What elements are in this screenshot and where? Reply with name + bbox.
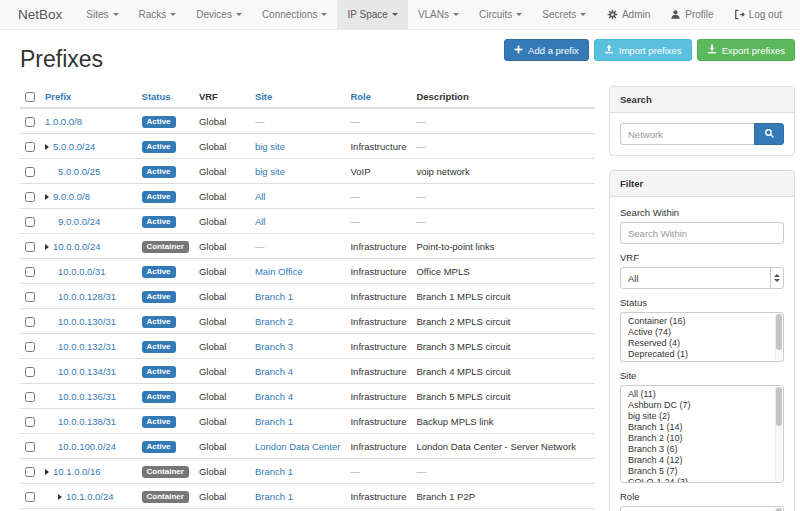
- row-checkbox[interactable]: [25, 217, 35, 227]
- checkbox-cell: [20, 284, 40, 309]
- brand-netbox[interactable]: NetBox: [12, 0, 76, 29]
- status-badge: Active: [142, 391, 176, 403]
- nav-item-connections[interactable]: Connections: [252, 0, 338, 29]
- scrollbar-thumb[interactable]: [776, 387, 782, 426]
- option[interactable]: Container (16): [621, 316, 783, 327]
- prefix-link[interactable]: 10.0.0.128/31: [58, 291, 116, 302]
- nav-item-devices[interactable]: Devices: [186, 0, 252, 29]
- site-link[interactable]: Branch 3: [255, 341, 293, 352]
- prefix-link[interactable]: 9.0.0.0/8: [53, 191, 90, 202]
- import-prefixes-button[interactable]: Import prefixes: [594, 39, 692, 61]
- site-link[interactable]: Branch 1: [255, 291, 293, 302]
- status-cell: Active: [137, 409, 194, 434]
- checkbox-cell: [20, 484, 40, 509]
- prefix-link[interactable]: 5.0.0.0/25: [58, 166, 100, 177]
- description-cell: —: [411, 108, 595, 134]
- row-checkbox[interactable]: [25, 192, 35, 202]
- search-input[interactable]: [620, 123, 754, 145]
- scrollbar-thumb[interactable]: [776, 314, 782, 350]
- prefix-link[interactable]: 10.0.100.0/24: [58, 441, 116, 452]
- option[interactable]: COLO-1-24 (3): [621, 477, 783, 483]
- row-checkbox[interactable]: [25, 267, 35, 277]
- nav-item-ip-space[interactable]: IP Space: [337, 0, 407, 29]
- row-checkbox[interactable]: [25, 417, 35, 427]
- nav-item-vlans[interactable]: VLANs: [408, 0, 469, 29]
- prefix-link[interactable]: 10.0.0.134/31: [58, 366, 116, 377]
- add-prefix-button[interactable]: Add a prefix: [504, 39, 589, 61]
- site-cell: big site: [250, 159, 346, 184]
- vrf-cell: Global: [194, 334, 250, 359]
- nav-item-logout[interactable]: Log out: [724, 0, 792, 29]
- row-checkbox[interactable]: [25, 442, 35, 452]
- site-link[interactable]: big site: [255, 166, 285, 177]
- prefix-link[interactable]: 10.1.0.0/24: [66, 491, 114, 502]
- option[interactable]: Branch 3 (6): [621, 444, 783, 455]
- nav-item-circuits[interactable]: Circuits: [469, 0, 532, 29]
- site-link[interactable]: Branch 1: [255, 416, 293, 427]
- prefix-link[interactable]: 10.0.0.0/31: [58, 266, 106, 277]
- row-checkbox[interactable]: [25, 342, 35, 352]
- prefix-link[interactable]: 1.0.0.0/8: [45, 116, 82, 127]
- prefix-link[interactable]: 10.0.0.138/31: [58, 416, 116, 427]
- prefix-link[interactable]: 10.1.0.0/16: [53, 466, 101, 477]
- row-checkbox[interactable]: [25, 467, 35, 477]
- site-cell: Branch 4: [250, 359, 346, 384]
- search-within-label: Search Within: [620, 207, 784, 218]
- site-label: Site: [620, 370, 784, 381]
- description-cell: voip network: [411, 159, 595, 184]
- row-checkbox[interactable]: [25, 367, 35, 377]
- option[interactable]: Branch 1 (14): [621, 422, 783, 433]
- row-checkbox[interactable]: [25, 317, 35, 327]
- prefix-link[interactable]: 9.0.0.0/24: [58, 216, 100, 227]
- site-link[interactable]: London Data Center: [255, 441, 341, 452]
- option[interactable]: All (11): [621, 389, 783, 400]
- search-within-input[interactable]: [620, 222, 784, 244]
- prefix-link[interactable]: 10.0.0.136/31: [58, 391, 116, 402]
- prefix-link[interactable]: 10.0.0.0/24: [53, 241, 101, 252]
- site-link[interactable]: Main Office: [255, 266, 303, 277]
- vrf-label: VRF: [620, 252, 784, 263]
- option[interactable]: Branch 5 (7): [621, 466, 783, 477]
- search-button[interactable]: [754, 123, 784, 145]
- description-cell: Branch 4 MPLS circuit: [411, 359, 595, 384]
- row-checkbox[interactable]: [25, 492, 35, 502]
- option[interactable]: Ashburn DC (7): [621, 400, 783, 411]
- prefix-link[interactable]: 10.0.0.130/31: [58, 316, 116, 327]
- option[interactable]: big site (2): [621, 411, 783, 422]
- site-link[interactable]: big site: [255, 141, 285, 152]
- site-link[interactable]: All: [255, 191, 266, 202]
- table-row: 10.0.0.130/31ActiveGlobalBranch 2Infrast…: [20, 309, 595, 334]
- indent-spacer: [45, 299, 58, 300]
- row-checkbox[interactable]: [25, 167, 35, 177]
- site-link[interactable]: Branch 2: [255, 316, 293, 327]
- vrf-select[interactable]: All: [620, 267, 784, 289]
- site-link[interactable]: Branch 4: [255, 391, 293, 402]
- row-checkbox[interactable]: [25, 117, 35, 127]
- site-link[interactable]: Branch 1: [255, 466, 293, 477]
- row-checkbox[interactable]: [25, 392, 35, 402]
- export-prefixes-button[interactable]: Export prefixes: [697, 39, 795, 61]
- prefix-link[interactable]: 5.0.0.0/24: [53, 141, 95, 152]
- option[interactable]: Branch 4 (12): [621, 455, 783, 466]
- prefix-link[interactable]: 10.0.0.132/31: [58, 341, 116, 352]
- site-link[interactable]: All: [255, 216, 266, 227]
- row-checkbox[interactable]: [25, 292, 35, 302]
- option[interactable]: Reserved (4): [621, 338, 783, 349]
- row-checkbox[interactable]: [25, 142, 35, 152]
- site-cell: Branch 1: [250, 484, 346, 509]
- select-all-checkbox[interactable]: [25, 92, 35, 102]
- nav-item-admin[interactable]: Admin: [597, 0, 660, 29]
- nav-item-profile[interactable]: Profile: [660, 0, 723, 29]
- option[interactable]: Deprecated (1): [621, 349, 783, 360]
- option[interactable]: Branch 2 (10): [621, 433, 783, 444]
- row-checkbox[interactable]: [25, 242, 35, 252]
- status-badge: Container: [142, 466, 189, 478]
- nav-item-secrets[interactable]: Secrets: [532, 0, 596, 29]
- site-link[interactable]: Branch 4: [255, 366, 293, 377]
- nav-item-racks[interactable]: Racks: [129, 0, 187, 29]
- site-link[interactable]: Branch 1: [255, 491, 293, 502]
- status-badge: Active: [142, 116, 176, 128]
- nav-item-sites[interactable]: Sites: [76, 0, 128, 29]
- role-cell: VoIP: [345, 159, 411, 184]
- option[interactable]: Active (74): [621, 327, 783, 338]
